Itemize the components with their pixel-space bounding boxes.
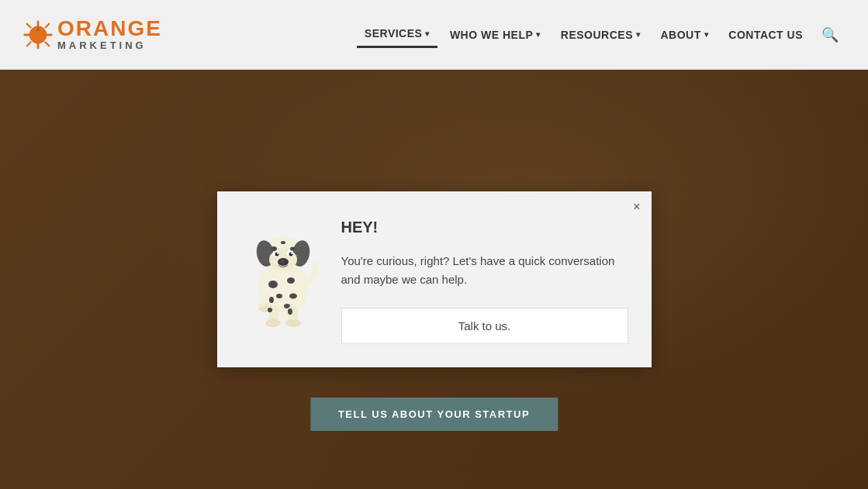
popup-modal: ×: [217, 191, 652, 367]
chevron-down-icon: ▾: [704, 30, 709, 39]
svg-point-21: [291, 253, 292, 254]
svg-point-18: [275, 253, 278, 257]
svg-point-41: [268, 308, 272, 312]
modal-overlay: ×: [0, 70, 868, 489]
header: ORANGE MARKETING SERVICES ▾ WHO WE HELP …: [0, 0, 868, 70]
logo[interactable]: ORANGE MARKETING: [23, 18, 162, 51]
svg-point-28: [268, 281, 278, 288]
dalmatian-dog-svg: [240, 215, 326, 327]
nav-item-who-we-help[interactable]: WHO WE HELP ▾: [442, 22, 548, 47]
nav-item-services[interactable]: SERVICES ▾: [357, 21, 437, 48]
chevron-down-icon: ▾: [636, 30, 641, 39]
svg-point-31: [289, 294, 297, 299]
svg-point-24: [271, 246, 277, 251]
logo-text: ORANGE MARKETING: [57, 18, 162, 51]
logo-orange-text: ORANGE: [57, 18, 162, 40]
nav-item-resources[interactable]: RESOURCES ▾: [553, 22, 648, 47]
chevron-down-icon: ▾: [425, 29, 430, 38]
svg-line-7: [46, 23, 50, 27]
svg-point-37: [285, 319, 301, 327]
modal-body-text: You're curious, right? Let's have a quic…: [341, 252, 628, 289]
modal-title: HEY!: [341, 219, 628, 236]
svg-point-29: [287, 277, 295, 284]
logo-sun-icon: [23, 20, 53, 50]
main-nav: SERVICES ▾ WHO WE HELP ▾ RESOURCES ▾ ABO…: [357, 20, 845, 50]
modal-close-button[interactable]: ×: [633, 201, 640, 213]
svg-point-23: [281, 260, 284, 263]
svg-line-5: [27, 23, 31, 27]
svg-point-40: [288, 308, 292, 315]
search-icon[interactable]: 🔍: [815, 20, 845, 50]
svg-point-19: [289, 253, 292, 257]
modal-content: HEY! You're curious, right? Let's have a…: [341, 215, 628, 344]
svg-point-36: [265, 319, 281, 327]
svg-point-30: [276, 294, 282, 298]
svg-point-26: [281, 241, 285, 244]
dog-illustration: [240, 215, 326, 330]
talk-to-us-button[interactable]: Talk to us.: [341, 308, 628, 344]
svg-point-20: [277, 253, 278, 254]
svg-line-8: [27, 42, 31, 46]
svg-point-25: [290, 247, 295, 251]
logo-marketing-text: MARKETING: [57, 40, 162, 51]
svg-line-6: [46, 42, 50, 46]
nav-item-about[interactable]: ABOUT ▾: [652, 22, 716, 47]
nav-item-contact[interactable]: CONTACT US: [721, 22, 811, 47]
chevron-down-icon: ▾: [536, 30, 541, 39]
svg-point-32: [269, 297, 274, 303]
